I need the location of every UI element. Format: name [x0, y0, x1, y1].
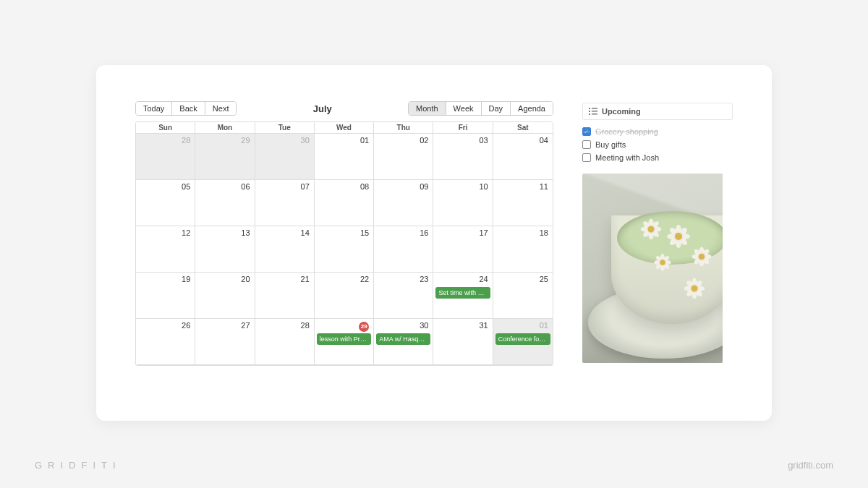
day-number: 17	[479, 228, 488, 237]
day-number: 31	[479, 321, 488, 330]
calendar-cell[interactable]: 01	[315, 134, 374, 180]
today-badge: 29	[359, 322, 369, 332]
task-item[interactable]: Meeting with Josh	[582, 153, 733, 162]
view-month-button[interactable]: Month	[409, 102, 446, 115]
calendar-cell[interactable]: 21	[255, 273, 315, 319]
day-number: 13	[241, 228, 250, 237]
calendar-cell[interactable]: 01Conference for …	[493, 319, 553, 365]
day-number: 09	[420, 182, 428, 191]
calendar-cell[interactable]: 26	[136, 319, 195, 365]
weekday-label: Wed	[315, 122, 374, 134]
task-label: Buy gifts	[595, 140, 626, 149]
next-button[interactable]: Next	[205, 102, 237, 115]
calendar-event[interactable]: Conference for …	[495, 333, 550, 345]
side-column: Upcoming ✓Grocery shoppingBuy giftsMeeti…	[582, 100, 733, 399]
calendar-cell[interactable]: 30	[255, 134, 315, 180]
list-icon	[589, 108, 597, 115]
calendar-cell[interactable]: 07	[255, 180, 315, 226]
weekday-label: Sat	[493, 122, 553, 134]
calendar-cell[interactable]: 03	[433, 134, 493, 180]
day-number: 08	[360, 182, 369, 191]
upcoming-list: ✓Grocery shoppingBuy giftsMeeting with J…	[582, 127, 733, 162]
calendar-cell[interactable]: 25	[493, 273, 553, 319]
view-week-button[interactable]: Week	[446, 102, 482, 115]
calendar-cell[interactable]: 02	[374, 134, 433, 180]
calendar-cell[interactable]: 18	[493, 226, 553, 273]
day-number: 30	[301, 136, 310, 145]
day-number: 04	[540, 136, 548, 145]
day-number: 14	[301, 228, 310, 237]
calendar-cell[interactable]: 20	[195, 273, 255, 319]
calendar-cell[interactable]: 15	[315, 226, 374, 273]
view-agenda-button[interactable]: Agenda	[511, 102, 553, 115]
day-number: 01	[540, 321, 548, 330]
day-number: 07	[301, 182, 310, 191]
calendar-cell[interactable]: 24Set time with Li…	[433, 273, 493, 319]
app-card: Today Back Next July Month Week Day Agen…	[96, 65, 772, 421]
calendar-cell[interactable]: 17	[433, 226, 493, 273]
calendar-cell[interactable]: 06	[195, 180, 255, 226]
day-number: 03	[479, 136, 488, 145]
calendar-cell[interactable]: 12	[136, 226, 195, 273]
calendar-cell[interactable]: 04	[493, 134, 553, 180]
task-item[interactable]: Buy gifts	[582, 140, 733, 149]
day-number: 28	[301, 321, 310, 330]
task-label: Grocery shopping	[595, 127, 658, 136]
checkbox-icon[interactable]: ✓	[582, 127, 591, 136]
back-button[interactable]: Back	[172, 102, 205, 115]
decorative-image	[582, 174, 723, 363]
today-button[interactable]: Today	[136, 102, 172, 115]
day-number: 22	[360, 275, 369, 283]
upcoming-title: Upcoming	[602, 107, 641, 116]
day-number: 30	[420, 321, 428, 330]
calendar-cell[interactable]: 14	[255, 226, 315, 273]
calendar-cell[interactable]: 23	[374, 273, 433, 319]
day-number: 28	[182, 136, 190, 145]
calendar-event[interactable]: Set time with Li…	[435, 287, 490, 299]
task-item[interactable]: ✓Grocery shopping	[582, 127, 733, 136]
calendar-cell[interactable]: 08	[315, 180, 374, 226]
day-number: 23	[420, 275, 428, 283]
calendar-cell[interactable]: 13	[195, 226, 255, 273]
upcoming-header[interactable]: Upcoming	[582, 103, 733, 120]
calendar-cell[interactable]: 09	[374, 180, 433, 226]
calendar-cell[interactable]: 29	[195, 134, 255, 180]
calendar-cell[interactable]: 11	[493, 180, 553, 226]
calendar-cell[interactable]: 22	[315, 273, 374, 319]
calendar-cell[interactable]: 27	[195, 319, 255, 365]
calendar-cell[interactable]: 19	[136, 273, 195, 319]
day-number: 27	[241, 321, 250, 330]
calendar-cell[interactable]: 30AMA w/ Hasque…	[374, 319, 433, 365]
calendar-event[interactable]: lesson with Prof…	[317, 333, 371, 345]
day-number: 18	[540, 228, 548, 237]
day-number: 29	[359, 321, 369, 332]
calendar-cell[interactable]: 31	[433, 319, 493, 365]
calendar-event[interactable]: AMA w/ Hasque…	[376, 333, 430, 345]
weekday-label: Fri	[433, 122, 493, 134]
day-number: 29	[241, 136, 250, 145]
calendar-body: 2829300102030405060708091011121314151617…	[136, 134, 553, 365]
day-number: 06	[241, 182, 250, 191]
day-number: 26	[182, 321, 190, 330]
watermark-left: GRIDFITI	[35, 460, 122, 471]
weekday-label: Mon	[195, 122, 255, 134]
checkbox-icon[interactable]	[582, 140, 591, 149]
calendar-cell[interactable]: 16	[374, 226, 433, 273]
calendar-cell[interactable]: 05	[136, 180, 195, 226]
calendar-cell[interactable]: 29lesson with Prof…	[315, 319, 374, 365]
calendar-grid: SunMonTueWedThuFriSat 282930010203040506…	[135, 121, 553, 366]
calendar-cell[interactable]: 28	[255, 319, 315, 365]
calendar-cell[interactable]: 28	[136, 134, 195, 180]
weekday-label: Tue	[255, 122, 315, 134]
calendar-column: Today Back Next July Month Week Day Agen…	[135, 100, 553, 399]
day-number: 11	[540, 182, 548, 191]
view-day-button[interactable]: Day	[482, 102, 511, 115]
nav-button-group: Today Back Next	[135, 101, 237, 116]
day-number: 12	[182, 228, 190, 237]
calendar-weekday-header: SunMonTueWedThuFriSat	[136, 122, 553, 134]
watermark-right: gridfiti.com	[788, 460, 833, 471]
weekday-label: Thu	[374, 122, 433, 134]
checkbox-icon[interactable]	[582, 153, 591, 162]
calendar-cell[interactable]: 10	[433, 180, 493, 226]
day-number: 02	[420, 136, 428, 145]
